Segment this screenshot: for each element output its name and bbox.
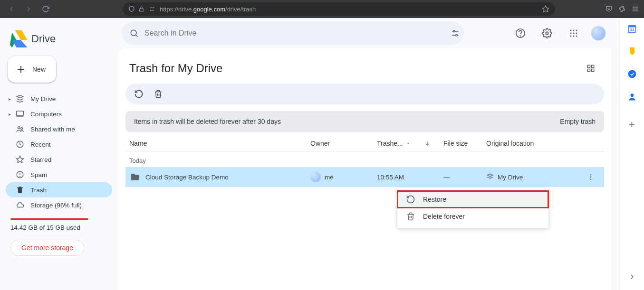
svg-point-35 [570, 36, 572, 37]
restore-icon [406, 195, 415, 204]
svg-rect-11 [17, 111, 24, 115]
svg-line-21 [136, 35, 138, 37]
svg-point-30 [573, 30, 575, 31]
svg-point-32 [570, 33, 572, 34]
grid-view-icon[interactable] [581, 59, 600, 78]
context-delete-forever[interactable]: Delete forever [397, 208, 548, 225]
row-trashed: 10:55 AM [377, 174, 443, 181]
account-avatar[interactable] [591, 26, 606, 41]
col-owner[interactable]: Owner [310, 140, 377, 147]
browser-back[interactable] [5, 2, 18, 16]
context-restore[interactable]: Restore [397, 191, 548, 208]
svg-point-31 [576, 30, 577, 31]
notice-text: Items in trash will be deleted forever a… [134, 118, 281, 125]
col-name[interactable]: Name [129, 140, 310, 147]
group-today: Today [125, 151, 604, 167]
shared-icon [15, 125, 25, 133]
spam-icon [15, 170, 25, 179]
svg-point-29 [570, 30, 572, 31]
svg-rect-41 [592, 69, 594, 72]
apps-icon[interactable] [564, 24, 583, 43]
col-trashed[interactable]: Trashe... [377, 140, 443, 147]
svg-marker-42 [407, 143, 409, 144]
sidebar-item-mydrive[interactable]: ▸ My Drive [6, 91, 112, 106]
svg-point-14 [21, 128, 23, 130]
browser-reload[interactable] [39, 2, 52, 16]
pocket-icon[interactable] [605, 5, 613, 13]
star-icon [15, 155, 25, 164]
topbar [118, 18, 612, 48]
sidebar-item-shared[interactable]: Shared with me [6, 122, 112, 137]
sidebar-item-recent[interactable]: Recent [6, 137, 112, 152]
keep-icon[interactable] [627, 47, 637, 56]
sidebar-item-label: Shared with me [30, 126, 75, 133]
search-box[interactable] [122, 22, 464, 45]
sidebar-item-starred[interactable]: Starred [6, 152, 112, 167]
menu-icon[interactable] [632, 5, 639, 13]
browser-forward[interactable] [22, 2, 35, 16]
restore-icon[interactable] [134, 89, 144, 99]
contacts-icon[interactable] [627, 92, 637, 102]
sidebar-item-computers[interactable]: ▸ Computers [6, 106, 112, 122]
cloud-icon [15, 201, 25, 209]
row-location[interactable]: My Drive [486, 173, 581, 181]
svg-point-2 [153, 7, 154, 8]
svg-rect-48 [628, 25, 635, 27]
search-icon [129, 28, 139, 38]
svg-point-45 [590, 177, 591, 178]
add-addon-icon[interactable]: + [629, 119, 635, 131]
svg-point-20 [131, 30, 136, 36]
mydrive-icon [15, 94, 25, 103]
right-side-panel: 31 + [619, 18, 644, 290]
get-more-storage-button[interactable]: Get more storage [10, 240, 84, 256]
settings-icon[interactable] [538, 24, 557, 43]
folder-icon [129, 172, 141, 182]
row-size: — [443, 174, 486, 181]
shield-icon [128, 6, 135, 12]
sidebar-item-label: My Drive [30, 95, 56, 103]
context-menu: Restore Delete forever [397, 188, 548, 228]
sidebar-item-storage[interactable]: Storage (96% full) [6, 197, 112, 213]
recent-icon [15, 140, 25, 149]
context-delete-label: Delete forever [423, 213, 465, 220]
sidebar-item-spam[interactable]: Spam [6, 167, 112, 182]
svg-marker-16 [17, 156, 24, 163]
table-row[interactable]: Cloud Storage Backup Demo me 10:55 AM — … [125, 167, 604, 187]
sidebar: Drive New ▸ My Drive ▸ Computers Shared … [0, 18, 118, 290]
caret-icon: ▸ [9, 112, 11, 117]
url-bar[interactable]: https://drive.google.com/drive/trash [123, 2, 555, 16]
row-more-icon[interactable] [581, 173, 600, 181]
new-button[interactable]: New [8, 56, 56, 83]
sidebar-item-label: Storage (96% full) [30, 202, 82, 209]
svg-point-36 [573, 36, 575, 37]
url-text: https://drive.google.com/drive/trash [160, 6, 538, 13]
help-icon[interactable] [511, 24, 530, 43]
sidebar-item-label: Starred [30, 156, 51, 163]
sidebar-item-trash[interactable]: Trash [6, 182, 112, 197]
svg-point-25 [456, 35, 457, 36]
col-size[interactable]: File size [443, 140, 486, 147]
calendar-icon[interactable]: 31 [627, 24, 637, 33]
bookmark-icon[interactable] [542, 5, 549, 13]
col-location[interactable]: Original location [486, 140, 581, 147]
svg-rect-38 [587, 65, 590, 67]
collapse-panel-icon[interactable] [628, 273, 636, 281]
search-input[interactable] [144, 29, 445, 37]
extensions-icon[interactable] [618, 5, 626, 13]
trash-notice: Items in trash will be deleted forever a… [125, 111, 604, 132]
delete-forever-icon[interactable] [154, 89, 163, 99]
storage-text: 14.42 GB of 15 GB used [10, 224, 107, 231]
svg-marker-5 [542, 6, 548, 12]
search-options-icon[interactable] [451, 28, 460, 38]
tasks-icon[interactable] [627, 69, 637, 79]
caret-icon: ▸ [9, 96, 11, 102]
main: Trash for My Drive Items in trash will b… [118, 18, 619, 290]
drive-brand[interactable]: Drive [6, 22, 112, 54]
empty-trash-button[interactable]: Empty trash [560, 118, 596, 125]
permissions-icon [148, 6, 156, 12]
computers-icon [15, 110, 25, 118]
sidebar-item-label: Recent [30, 141, 51, 148]
svg-point-37 [576, 36, 577, 37]
storage-bar [10, 218, 91, 220]
browser-toolbar: https://drive.google.com/drive/trash [0, 0, 644, 18]
